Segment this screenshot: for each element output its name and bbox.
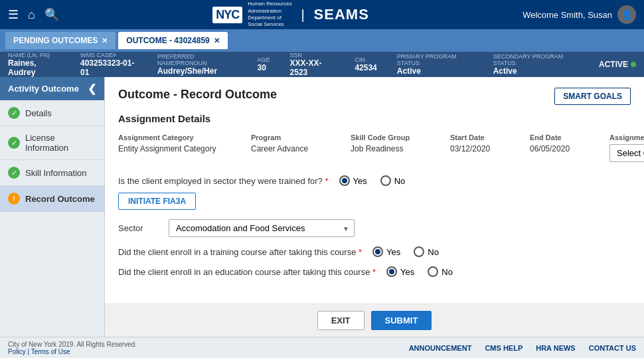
nyc-logo: NYC [212,7,242,23]
submit-button[interactable]: SUBMIT [371,311,432,330]
training-yes-label: Yes [386,247,400,257]
top-navbar: ☰ ⌂ 🔍 NYC Human ResourcesAdministrationD… [0,0,644,29]
action-bar: EXIT SUBMIT [105,304,644,337]
client-secondary-status-label: Secondary Program Status [493,53,579,66]
training-question: Did the client enroll in a training cour… [118,247,362,257]
footer-contact-us[interactable]: CONTACT US [589,344,636,352]
assign-program-label: Program [251,134,351,141]
footer-announcement[interactable]: ANNOUNCEMENT [409,344,472,352]
footer: City of New York 2019. All Rights Reserv… [0,337,644,358]
client-pronoun-value: Audrey/She/Her [157,66,237,76]
client-primary-status-field: Primary Program Status Active [397,53,473,76]
employed-no-label: No [394,176,406,186]
client-wms-field: WMS Case# 403253323-01-01 [80,52,137,77]
training-yes-option[interactable]: Yes [372,246,400,257]
client-pronoun-field: Preferred Name/Pronoun Audrey/She/Her [157,53,237,76]
education-yes-radio[interactable] [386,266,397,277]
employed-yes-option[interactable]: Yes [339,175,367,186]
hra-text: Human ResourcesAdministrationDepartment … [248,1,291,29]
outcome-select[interactable]: Select Outcome [609,144,644,162]
employed-question: Is the client employed in sector they we… [118,176,329,186]
assign-end-date-value: 06/05/2020 [530,144,609,153]
training-yes-radio[interactable] [372,246,383,257]
client-info-bar: Name (LN, FN) Raines, Audrey WMS Case# 4… [0,52,644,77]
training-no-option[interactable]: No [414,246,439,257]
client-wms-value: 403253323-01-01 [80,58,137,77]
footer-left: City of New York 2019. All Rights Reserv… [8,341,137,355]
training-question-text: Did the client enroll in a training cour… [118,247,356,257]
client-ssn-value: XXX-XX-2523 [290,58,335,77]
exit-button[interactable]: EXIT [317,311,364,330]
sidebar-item-details-label: Details [25,108,52,118]
client-age-field: Age 30 [258,56,270,72]
education-required: * [372,267,376,277]
sector-row: Sector Accomodation and Food Services [118,219,631,237]
footer-policy[interactable]: Policy | Terms of Use [8,348,137,355]
sector-select-wrapper: Accomodation and Food Services [169,219,355,237]
education-yes-label: Yes [400,267,414,277]
footer-cms-help[interactable]: CMS HELP [485,344,523,352]
assign-program-col: Program Career Advance [251,134,351,162]
education-no-radio[interactable] [428,266,438,277]
sidebar-title: Activity Outcome [8,84,79,94]
tab-outcome-label: OUTCOME - 43024859 [126,36,209,45]
assignment-grid: Assignment Category Entity Assignment Ca… [118,134,631,162]
tab-pending-outcomes[interactable]: PENDING OUTCOMES ✕ [5,32,116,49]
training-required: * [359,247,362,257]
employed-no-option[interactable]: No [380,175,406,186]
sidebar-collapse-icon[interactable]: ❮ [88,82,96,95]
employed-yes-indicator [342,178,347,183]
tab-outcome-close[interactable]: ✕ [214,37,220,45]
education-yes-option[interactable]: Yes [386,266,414,277]
employed-yes-radio[interactable] [339,175,350,186]
assign-skill-group-value: Job Readiness [351,144,450,153]
client-cin-value: 42534 [355,63,376,72]
sector-select[interactable]: Accomodation and Food Services [169,219,355,237]
training-no-radio[interactable] [414,246,424,257]
nav-left-icons: ☰ ⌂ 🔍 [8,7,59,22]
sidebar-item-license[interactable]: ✓ License Information [0,126,104,160]
client-age-value: 30 [258,63,270,72]
education-question-text: Did the client enroll in an education co… [118,267,370,277]
education-no-option[interactable]: No [428,266,453,277]
training-no-label: No [428,247,439,257]
sidebar-item-record[interactable]: ! Record Outcome [0,186,104,212]
record-warn-icon: ! [8,193,20,205]
smart-goals-button[interactable]: SMART GOALS [554,88,631,105]
hamburger-icon[interactable]: ☰ [8,7,19,22]
client-pronoun-label: Preferred Name/Pronoun [157,53,237,66]
skill-check-icon: ✓ [8,167,20,179]
content-area: Outcome - Record Outcome SMART GOALS Ass… [105,77,644,304]
assign-end-date-col: End Date 06/05/2020 [530,134,609,162]
assign-skill-group-label: Skill Code Group [351,134,450,141]
main-content: Activity Outcome ❮ ✓ Details ✓ License I… [0,77,644,337]
user-avatar[interactable]: 👤 [617,5,636,24]
education-question: Did the client enroll in an education co… [118,267,376,277]
tab-outcome[interactable]: OUTCOME - 43024859 ✕ [118,32,227,49]
sidebar-item-details[interactable]: ✓ Details [0,100,104,126]
status-dot [631,62,636,67]
content-header: Outcome - Record Outcome SMART GOALS [118,88,631,105]
app-title: SEAMS [314,6,369,23]
initiate-fia3a-button[interactable]: INITIATE FIA3A [118,193,196,210]
client-cin-label: CIN [355,56,376,63]
assign-category-value: Entity Assignment Category [118,144,251,153]
home-icon[interactable]: ⌂ [28,8,35,22]
footer-copyright: City of New York 2019. All Rights Reserv… [8,341,137,348]
employed-no-radio[interactable] [380,175,391,186]
sidebar: Activity Outcome ❮ ✓ Details ✓ License I… [0,77,105,337]
tab-pending-label: PENDING OUTCOMES [13,36,98,45]
client-wms-label: WMS Case# [80,52,137,58]
tab-pending-close[interactable]: ✕ [102,37,108,45]
client-ssn-field: SSN XXX-XX-2523 [290,52,335,77]
training-yes-indicator [375,249,380,254]
education-row: Did the client enroll in an education co… [118,266,631,277]
assignment-details-title: Assignment Details [118,113,631,124]
sidebar-item-skill[interactable]: ✓ Skill Information [0,160,104,186]
footer-hra-news[interactable]: HRA NEWS [536,344,575,352]
search-icon[interactable]: 🔍 [44,7,59,22]
assign-category-col: Assignment Category Entity Assignment Ca… [118,134,251,162]
details-check-icon: ✓ [8,107,20,119]
employed-radio-group: Yes No [339,175,406,186]
employed-question-text: Is the client employed in sector they we… [118,176,323,186]
